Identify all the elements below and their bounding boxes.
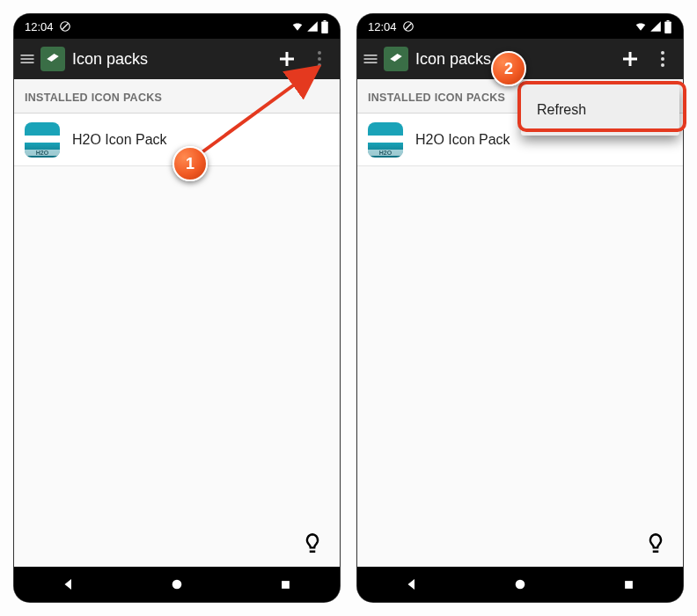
svg-rect-15 [364, 55, 378, 56]
battery-icon [320, 20, 329, 33]
svg-rect-8 [280, 58, 294, 61]
nav-recents-button[interactable] [611, 567, 646, 602]
content-area: INSTALLED ICON PACKS H2O Icon Pack [357, 79, 683, 567]
signal-icon [649, 20, 662, 33]
drawer-button[interactable] [14, 39, 40, 79]
appbar-title: Icon packs [72, 50, 269, 69]
svg-rect-3 [324, 20, 326, 22]
nav-back-button[interactable] [394, 567, 429, 602]
phone-right: 12:04 Icon packs [357, 14, 683, 602]
nav-recents-button[interactable] [268, 567, 303, 602]
do-not-disturb-icon [59, 20, 71, 33]
svg-rect-19 [623, 58, 637, 61]
icon-pack-label: H2O Icon Pack [72, 132, 167, 148]
nav-back-button[interactable] [51, 567, 86, 602]
app-logo-icon [40, 47, 65, 71]
icon-pack-thumbnail [25, 122, 60, 158]
status-bar: 12:04 [357, 14, 683, 39]
svg-rect-10 [282, 581, 290, 589]
wifi-icon [290, 20, 304, 33]
svg-rect-2 [321, 21, 328, 33]
svg-rect-21 [625, 581, 633, 589]
status-time: 12:04 [25, 20, 54, 33]
overflow-menu-button[interactable] [648, 39, 678, 79]
status-bar: 12:04 [14, 14, 340, 39]
svg-rect-13 [664, 21, 671, 33]
svg-rect-4 [21, 55, 34, 56]
svg-rect-6 [21, 62, 34, 63]
nav-home-button[interactable] [503, 567, 538, 602]
annotation-callout-2: 2 [491, 51, 526, 86]
nav-bar [357, 567, 683, 602]
svg-rect-17 [364, 62, 378, 63]
annotation-callout-1-label: 1 [186, 155, 194, 173]
annotation-callout-1: 1 [172, 146, 208, 181]
status-time: 12:04 [368, 20, 397, 33]
svg-line-12 [405, 24, 411, 30]
svg-rect-16 [364, 58, 378, 60]
signal-icon [306, 20, 319, 33]
svg-rect-5 [21, 58, 34, 60]
svg-rect-14 [667, 20, 670, 22]
section-header: INSTALLED ICON PACKS [14, 79, 340, 114]
app-logo-icon [384, 47, 408, 71]
svg-point-9 [172, 580, 182, 590]
icon-pack-thumbnail [368, 122, 403, 158]
add-button[interactable] [613, 39, 648, 79]
add-button[interactable] [269, 39, 304, 79]
svg-line-1 [62, 24, 68, 30]
do-not-disturb-icon [402, 20, 415, 33]
wifi-icon [634, 20, 648, 33]
icon-pack-label: H2O Icon Pack [415, 132, 510, 148]
tip-button[interactable] [642, 530, 669, 556]
nav-bar [14, 567, 340, 602]
battery-icon [664, 20, 672, 33]
tip-button[interactable] [299, 530, 326, 556]
overflow-menu-popup: Refresh [521, 84, 679, 136]
menu-item-refresh[interactable]: Refresh [521, 90, 679, 130]
svg-point-20 [516, 580, 525, 590]
drawer-button[interactable] [357, 39, 384, 79]
annotation-callout-2-label: 2 [504, 60, 513, 78]
phone-left: 12:04 Icon packs [14, 14, 340, 602]
app-bar: Icon packs [14, 39, 340, 79]
nav-home-button[interactable] [159, 567, 194, 602]
overflow-menu-button[interactable] [304, 39, 334, 79]
